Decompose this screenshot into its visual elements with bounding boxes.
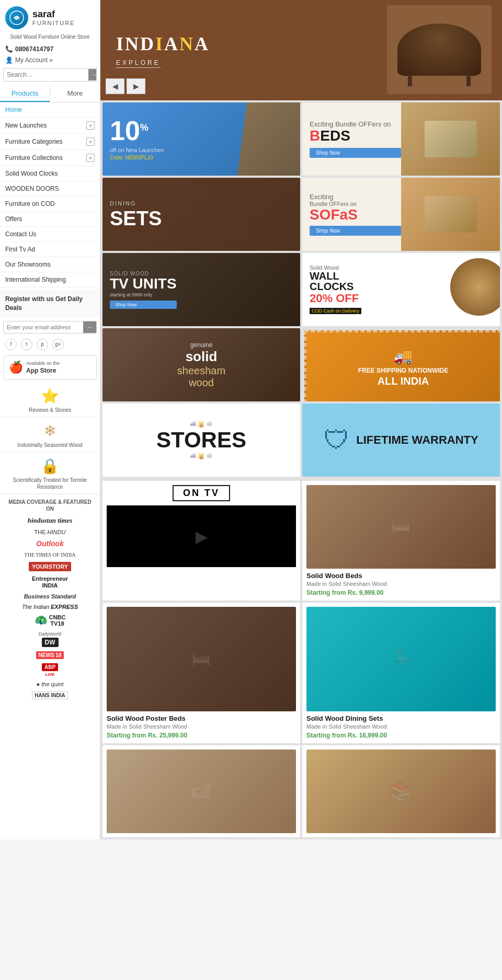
sidebar-item-furniture-categories[interactable]: Furniture Categories + xyxy=(0,134,100,150)
wall-clocks-title: WALLCLOCKS xyxy=(310,271,410,292)
promo-sofas[interactable]: Exciting Bundle OFFers on SOFaS Shop Now xyxy=(302,178,500,251)
poster-beds-subtitle: Made in Solid Sheesham Wood xyxy=(107,723,296,730)
logo-icon xyxy=(5,6,28,29)
beds-product-price: Starting from Rs. 9,999.00 xyxy=(306,589,496,596)
product-card-dining-sets[interactable]: 🪑 Solid Wood Dining Sets Made in Solid S… xyxy=(302,603,500,743)
phone-number: 📞 08067414797 xyxy=(0,43,100,55)
email-input[interactable] xyxy=(4,321,83,333)
poster-bed-product-image: 🛏 xyxy=(107,607,296,711)
appstore-link[interactable]: 🍎 Available on the App Store xyxy=(3,355,97,380)
logo-area: saraf FURNITURE xyxy=(0,0,100,32)
sidebar-item-international-shipping[interactable]: International Shipping xyxy=(0,272,100,287)
business-standard-logo: Business Standard xyxy=(5,593,95,599)
dining-table-icon: 🪑 xyxy=(390,648,413,670)
clock-circle xyxy=(450,258,500,316)
sofas-shop-button[interactable]: Shop Now xyxy=(310,226,401,236)
sidebar-item-furniture-collections[interactable]: Furniture Collections + xyxy=(0,150,100,166)
promo-10-off[interactable]: 10% off on New Launches Code: NEWSPL10 xyxy=(102,102,300,176)
hero-brand-title: INDIANA xyxy=(116,33,210,55)
free-shipping-text: FREE SHIPPING NATIONWIDE xyxy=(358,367,448,375)
email-box: → xyxy=(3,321,97,333)
promo-tv-units[interactable]: SOLID WOOD TV UNITS starting at 5999 onl… xyxy=(102,253,300,326)
sidebar-item-solid-wood-clocks[interactable]: Solid Wood Clocks xyxy=(0,166,100,181)
discount-percent: 10% xyxy=(110,117,149,144)
tv-shop-button[interactable]: Shop Now xyxy=(110,301,177,309)
hero-prev-button[interactable]: ◀ xyxy=(106,78,124,94)
promo-lifetime-warranty[interactable]: 🛡 LIFETIME WARRANTY xyxy=(302,403,500,477)
sidebar-item-home[interactable]: Home xyxy=(0,102,100,118)
brand-name: saraf FURNITURE xyxy=(32,9,75,26)
sidebar-item-wooden-doors[interactable]: WOODEN DOORS xyxy=(0,181,100,197)
beds-shop-button[interactable]: Shop Now xyxy=(310,148,401,158)
promo-wall-clocks[interactable]: Solid Wood WALLCLOCKS 20% OFF COD Cash o… xyxy=(302,253,500,326)
sofas-image xyxy=(401,178,500,251)
hero-next-button[interactable]: ▶ xyxy=(127,78,145,94)
tab-products[interactable]: Products xyxy=(0,86,50,102)
beds-image xyxy=(401,102,500,176)
beds-product-name: Solid Wood Beds xyxy=(306,572,496,580)
sidebar-item-offers[interactable]: Offers xyxy=(0,212,100,227)
product-card-beds[interactable]: 🛏 Solid Wood Beds Made in Solid Sheesham… xyxy=(302,481,500,601)
sheesham-label: sheesham xyxy=(177,365,225,377)
clocks-discount: 20% OFF xyxy=(310,292,410,305)
dining-label: DINING xyxy=(110,200,162,206)
termite-resistance-feature: 🔒 Scientifically Treated for Termite Res… xyxy=(0,452,100,494)
googleplus-icon[interactable]: g+ xyxy=(52,339,64,350)
sidebar-item-new-launches[interactable]: New Launches + xyxy=(0,118,100,134)
indian-express-logo: The Indian EXPRESS xyxy=(5,604,95,610)
promo-sheesham[interactable]: genuine solid sheesham wood xyxy=(102,328,300,401)
on-tv-label: ON TV xyxy=(173,485,230,501)
cnbc-logo: 🦚 CNBCTV18 xyxy=(5,614,95,627)
on-tv-section: ON TV ▶ 🛏 Solid Wood Beds Made in Solid … xyxy=(100,479,502,603)
promo-grid: 10% off on New Launches Code: NEWSPL10 E… xyxy=(100,100,502,479)
sidebar-item-contact-us[interactable]: Contact Us xyxy=(0,227,100,242)
expand-icon[interactable]: + xyxy=(86,154,95,162)
search-input[interactable] xyxy=(4,68,88,81)
pinterest-icon[interactable]: p xyxy=(37,339,48,350)
brand-name-line2: FURNITURE xyxy=(32,20,75,26)
hero-explore-label[interactable]: EXPLORE xyxy=(116,59,161,68)
media-title: MEDIA COVERAGE & FEATURED ON xyxy=(5,499,95,512)
twitter-icon[interactable]: t xyxy=(21,339,32,350)
bookshelf-icon: 📚 xyxy=(390,780,413,802)
product-card-sofas[interactable]: 🛋 xyxy=(102,745,300,837)
facebook-icon[interactable]: f xyxy=(5,339,17,350)
warranty-title: LIFETIME WARRANTY xyxy=(356,434,478,446)
lock-icon: 🔒 xyxy=(41,457,59,475)
appstore-text: Available on the App Store xyxy=(26,360,60,375)
sofa-icon: 🛋 xyxy=(192,780,211,802)
news18-logo: NEWS 18 xyxy=(5,651,95,659)
solid-label: solid xyxy=(177,349,225,365)
hero-table-shape xyxy=(397,24,481,76)
tab-more[interactable]: More xyxy=(50,86,100,102)
product-card-poster-beds[interactable]: 🛏 Solid Wood Poster Beds Made in Solid S… xyxy=(102,603,300,743)
sidebar-item-furniture-cod[interactable]: Furniture on COD xyxy=(0,197,100,212)
stores-title: STORES xyxy=(156,428,246,453)
register-section: Register with us Get Daily Deals xyxy=(0,290,100,318)
product-card-bookshelf[interactable]: 📚 xyxy=(302,745,500,837)
bed-icon: 🛏 xyxy=(392,516,410,538)
tv-video-placeholder[interactable]: ▶ xyxy=(107,505,296,567)
promo-stores[interactable]: 🏙 🕌 🏛 STORES 🏙 🕌 🏛 xyxy=(102,403,300,477)
expand-icon[interactable]: + xyxy=(86,121,95,130)
hans-india-logo: HANS INDIA xyxy=(5,691,95,699)
sidebar-item-first-tv-ad[interactable]: First Tv Ad xyxy=(0,242,100,257)
on-tv-panel: ON TV ▶ xyxy=(102,481,300,601)
shelf-decoration xyxy=(237,102,300,176)
apple-icon: 🍎 xyxy=(9,361,23,374)
search-button[interactable]: → xyxy=(88,69,97,80)
promo-dining-sets[interactable]: DINING SETS xyxy=(102,178,300,251)
dining-sets-price: Starting from Rs. 16,999.00 xyxy=(306,732,496,739)
account-link[interactable]: 👤 My Account » xyxy=(0,55,100,68)
promo-free-shipping[interactable]: 🚚 FREE SHIPPING NATIONWIDE ALL INDIA xyxy=(302,328,500,401)
email-submit-button[interactable]: → xyxy=(83,321,96,333)
dining-product-image: 🪑 xyxy=(306,607,496,711)
sofas-title: SOFaS xyxy=(310,208,401,221)
promo-beds[interactable]: Exciting Bundle OFFers on BEDS Shop Now xyxy=(302,102,500,176)
the-hindu-logo: THE HINDU xyxy=(5,529,95,535)
genuine-label: genuine xyxy=(177,341,225,349)
sidebar-item-our-showrooms[interactable]: Our Showrooms xyxy=(0,257,100,272)
toi-logo: THE TIMES OF INDIA xyxy=(5,552,95,558)
expand-icon[interactable]: + xyxy=(86,137,95,146)
entrepreneur-logo: EntrepreneurINDIA xyxy=(5,575,95,589)
